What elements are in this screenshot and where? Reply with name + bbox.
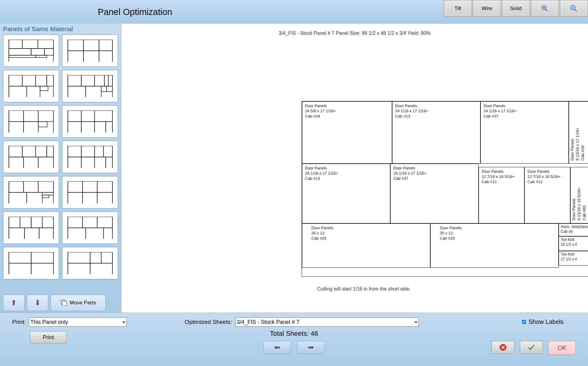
- cut-piece[interactable]: Door Panels24 1/16 x 17 1/16+Cab #37: [480, 101, 569, 164]
- print-label: Print:: [12, 319, 26, 325]
- cut-piece[interactable]: Toe Kick10 1/2 x 4: [559, 236, 588, 251]
- svg-rect-91: [31, 217, 42, 228]
- svg-rect-100: [68, 228, 86, 239]
- panel-thumb[interactable]: [3, 212, 59, 244]
- svg-rect-111: [101, 252, 112, 263]
- print-button[interactable]: Print: [30, 331, 67, 343]
- svg-rect-45: [9, 121, 24, 132]
- svg-rect-47: [38, 121, 47, 127]
- svg-rect-30: [40, 86, 48, 91]
- svg-rect-80: [42, 195, 49, 198]
- next-button[interactable]: ➡: [297, 341, 325, 354]
- accept-button[interactable]: [520, 341, 543, 354]
- thumbnail-grid: [3, 34, 118, 279]
- svg-rect-13: [44, 49, 53, 55]
- svg-rect-86: [83, 192, 97, 203]
- svg-rect-97: [68, 217, 83, 228]
- cut-piece[interactable]: Door Panels9 13/16 x 16 5/16+Cab #65: [570, 167, 588, 223]
- svg-rect-29: [27, 86, 40, 97]
- svg-rect-75: [24, 181, 38, 192]
- cut-piece[interactable]: Door Panels24 5/8 x 17 1/16+Cab #34: [302, 101, 392, 164]
- svg-rect-32: [68, 75, 81, 86]
- svg-rect-82: [68, 181, 83, 192]
- cut-piece[interactable]: Toe Kick17 1/2 x 4: [559, 251, 588, 266]
- svg-rect-109: [68, 252, 90, 263]
- cancel-button[interactable]: [491, 341, 514, 354]
- svg-rect-78: [27, 192, 42, 203]
- svg-rect-105: [31, 252, 53, 263]
- prev-button[interactable]: ⬅: [263, 341, 291, 354]
- svg-rect-60: [46, 146, 53, 157]
- cut-piece[interactable]: Door Panels12 7/16 x 16 5/16+Cab #12: [479, 167, 524, 223]
- solid-button[interactable]: Solid: [502, 0, 530, 17]
- svg-rect-102: [103, 228, 112, 239]
- svg-rect-101: [86, 228, 103, 239]
- svg-rect-22: [99, 51, 112, 62]
- wire-button[interactable]: Wire: [473, 0, 501, 17]
- cut-piece[interactable]: Door Panels24 1/16 x 17 1/16+Cab #13: [302, 164, 390, 223]
- zoom-in-button[interactable]: [531, 0, 559, 17]
- svg-rect-85: [68, 192, 83, 203]
- panel-thumb[interactable]: [3, 70, 59, 102]
- svg-rect-112: [68, 263, 90, 274]
- svg-rect-71: [94, 157, 105, 168]
- show-labels-input[interactable]: [522, 320, 526, 324]
- svg-rect-92: [42, 217, 53, 228]
- cut-piece[interactable]: Door Panels12 7/16 x 16 5/16+Cab #12: [524, 167, 570, 223]
- svg-rect-54: [94, 121, 105, 132]
- down-button[interactable]: [27, 295, 48, 311]
- cut-piece[interactable]: Horiz. Stretchers 22 1/2 x 3 1/2Cab #6: [559, 223, 588, 236]
- svg-rect-84: [97, 181, 112, 192]
- header-bar: Panel Optimization Tilt Wire Solid: [0, 0, 588, 24]
- cut-piece[interactable]: Door Panels24 1/16 x 17 1/16+Cab #13: [392, 101, 480, 164]
- move-parts-button[interactable]: Move Parts: [51, 295, 106, 311]
- svg-rect-87: [97, 192, 112, 203]
- zoom-in-icon: [541, 5, 549, 13]
- svg-rect-37: [68, 86, 86, 97]
- up-button[interactable]: [3, 295, 24, 311]
- sheets-select[interactable]: 3/4_FIS - Stock Panel # 7: [235, 317, 419, 327]
- panel-thumb[interactable]: [62, 247, 118, 279]
- panel-thumb[interactable]: [3, 141, 59, 173]
- print-select[interactable]: This Panel only: [29, 317, 127, 327]
- svg-rect-44: [38, 111, 53, 121]
- svg-rect-9: [22, 40, 38, 49]
- panel-thumb[interactable]: [3, 176, 59, 208]
- svg-rect-17: [68, 40, 83, 51]
- cut-piece[interactable]: Door Panels35 x 12Cab #25: [430, 223, 559, 268]
- panel-thumb[interactable]: [62, 212, 118, 244]
- canvas-title: 3/4_FIS - Stock Panel # 7 Panel Size: 96…: [121, 31, 588, 36]
- svg-rect-36: [108, 75, 112, 86]
- svg-line-1: [546, 9, 548, 11]
- zoom-out-button[interactable]: [560, 0, 588, 17]
- panel-thumb[interactable]: [62, 105, 118, 138]
- svg-rect-26: [35, 75, 46, 86]
- svg-rect-25: [22, 75, 35, 86]
- panel-thumb[interactable]: [62, 141, 118, 173]
- svg-rect-83: [83, 181, 97, 192]
- cut-piece[interactable]: Door Panels24 1/16 x 17 1/16+Cab #37: [390, 164, 479, 223]
- svg-rect-43: [24, 111, 38, 121]
- panel-thumb[interactable]: [62, 70, 118, 102]
- svg-rect-24: [9, 75, 22, 86]
- svg-rect-61: [9, 157, 24, 168]
- tilt-button[interactable]: Tilt: [444, 0, 472, 17]
- sheets-label: Optimized Sheets:: [185, 319, 232, 325]
- move-parts-label: Move Parts: [70, 300, 96, 306]
- cut-piece[interactable]: Door Panels35 x 12Cab #25: [302, 223, 430, 268]
- show-labels-checkbox[interactable]: Show Labels: [522, 318, 564, 325]
- panel-thumb[interactable]: [62, 34, 118, 67]
- ok-button[interactable]: OK: [548, 341, 576, 355]
- svg-rect-99: [97, 217, 112, 228]
- panel-thumb[interactable]: [3, 34, 59, 67]
- svg-rect-59: [35, 146, 46, 157]
- svg-rect-57: [9, 146, 22, 157]
- panel-thumb[interactable]: [3, 247, 59, 279]
- svg-rect-58: [22, 146, 35, 157]
- svg-rect-110: [90, 252, 101, 263]
- panel-thumb[interactable]: [3, 105, 59, 138]
- panel-thumb[interactable]: [62, 176, 118, 208]
- total-sheets: Total Sheets: 46: [270, 330, 318, 338]
- svg-rect-67: [94, 146, 103, 157]
- cut-piece[interactable]: Door Panels9 13/16 x 17 1/16+Cab #18: [569, 101, 588, 164]
